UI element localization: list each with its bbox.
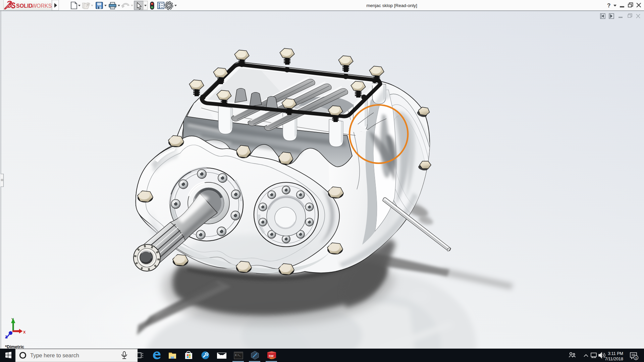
- svg-text:*Dimetric: *Dimetric: [5, 344, 24, 349]
- svg-text:2017: 2017: [270, 357, 275, 359]
- svg-text:menjac sklop [Read-only]: menjac sklop [Read-only]: [366, 3, 417, 8]
- svg-text:3: 3: [635, 356, 637, 360]
- svg-text:3:11 PM: 3:11 PM: [608, 351, 623, 356]
- svg-text:Z: Z: [5, 335, 7, 339]
- svg-text:X: X: [23, 330, 26, 334]
- svg-text:C:\_: C:\_: [235, 354, 241, 357]
- svg-text:SOLID: SOLID: [16, 3, 33, 9]
- svg-text:Type here to search: Type here to search: [30, 352, 79, 358]
- svg-text:7/11/2018: 7/11/2018: [605, 357, 623, 361]
- svg-text:WORKS: WORKS: [32, 3, 52, 9]
- svg-text:?: ?: [607, 2, 610, 9]
